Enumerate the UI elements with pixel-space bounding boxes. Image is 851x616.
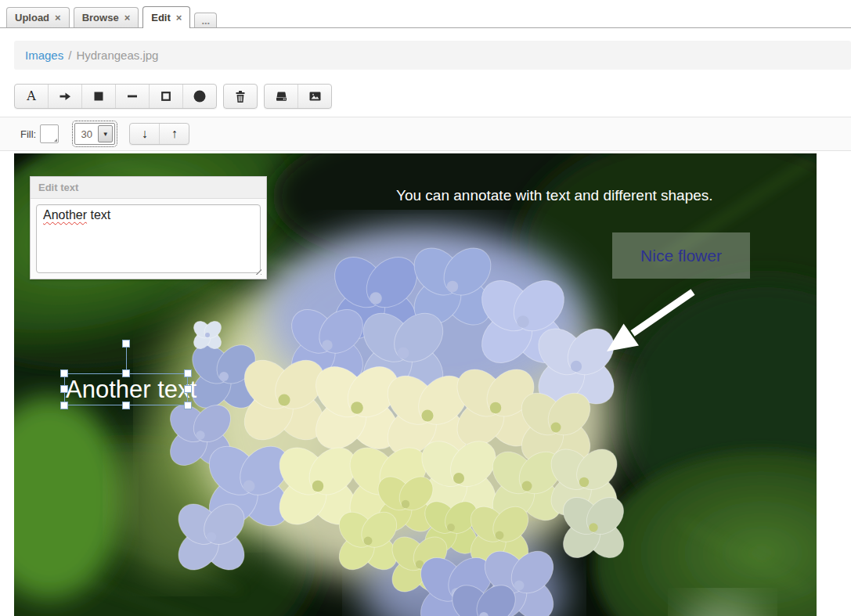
svg-text:A: A <box>26 89 36 103</box>
arrow-tool-button[interactable] <box>49 85 82 108</box>
line-tool-button[interactable] <box>116 85 150 108</box>
fill-toolbar: Fill: 30 ▼ ↓ ↑ <box>0 117 851 151</box>
selection-box[interactable] <box>64 373 188 405</box>
outline-rect-tool-button[interactable] <box>150 85 183 108</box>
io-group <box>264 84 332 109</box>
text-annotation[interactable]: You can annotate with text and different… <box>396 187 713 204</box>
tab-edit-label: Edit <box>151 12 171 23</box>
breadcrumb-link-images[interactable]: Images <box>25 49 63 62</box>
edit-text-textarea[interactable]: Another text <box>36 204 261 273</box>
breadcrumb-separator: / <box>68 49 71 62</box>
line-icon <box>126 90 139 103</box>
send-backward-button[interactable]: ↓ <box>130 124 160 144</box>
tab-more[interactable]: ... <box>194 13 217 27</box>
swatch-dropdown-triangle-icon <box>54 139 57 142</box>
resize-handle-bottom-right[interactable] <box>184 402 192 409</box>
font-size-select[interactable]: 30 ▼ <box>74 123 115 145</box>
tab-browse-label: Browse <box>82 12 119 23</box>
close-icon[interactable]: × <box>124 12 131 23</box>
shape-tools-group: A <box>14 84 217 109</box>
resize-handle-top-center[interactable] <box>122 369 130 377</box>
breadcrumb-current-file: Hydrangeas.jpg <box>76 49 158 62</box>
circle-tool-button[interactable] <box>183 85 216 108</box>
label-box-annotation[interactable]: Nice flower <box>612 232 750 279</box>
image-icon <box>308 90 322 103</box>
editor-canvas[interactable]: You can annotate with text and different… <box>14 153 817 616</box>
delete-group <box>223 84 258 109</box>
textarea-rest: text <box>87 208 110 222</box>
resize-handle-mid-right[interactable] <box>184 385 192 393</box>
save-to-disk-button[interactable] <box>265 85 298 108</box>
chevron-down-icon[interactable]: ▼ <box>98 125 113 142</box>
text-icon: A <box>24 89 38 103</box>
fill-color-swatch[interactable] <box>40 124 59 143</box>
tab-edit[interactable]: Edit × <box>142 6 190 28</box>
filled-square-icon <box>92 90 105 103</box>
tab-upload-label: Upload <box>15 12 49 23</box>
tab-bar: Upload × Browse × Edit × ... <box>0 0 851 28</box>
breadcrumb: Images / Hydrangeas.jpg <box>14 41 851 70</box>
tab-more-label: ... <box>201 15 210 27</box>
resize-handle-top-right[interactable] <box>184 369 192 377</box>
resize-handle-mid-left[interactable] <box>60 385 68 393</box>
arrow-down-icon: ↓ <box>142 127 148 141</box>
layer-order-group: ↓ ↑ <box>129 123 189 145</box>
disk-drive-icon <box>275 90 288 103</box>
filled-rect-tool-button[interactable] <box>82 85 116 108</box>
arrow-up-icon: ↑ <box>171 127 178 141</box>
close-icon[interactable]: × <box>55 12 61 23</box>
edit-text-panel-title: Edit text <box>31 177 266 199</box>
textarea-word: Another <box>43 208 87 222</box>
text-tool-button[interactable]: A <box>15 85 49 108</box>
rotation-connector-line <box>126 348 127 369</box>
filled-circle-icon <box>193 89 207 103</box>
arrow-icon <box>59 90 71 103</box>
tab-browse[interactable]: Browse × <box>74 7 139 27</box>
resize-handle-bottom-left[interactable] <box>60 402 68 409</box>
annotation-toolbar: A <box>14 84 332 109</box>
edit-text-panel: Edit text Another text <box>30 176 267 279</box>
rotate-handle[interactable] <box>122 340 130 348</box>
trash-icon <box>234 90 247 103</box>
resize-handle-top-left[interactable] <box>60 369 68 377</box>
font-size-value: 30 <box>75 128 98 140</box>
tab-upload[interactable]: Upload × <box>6 7 70 27</box>
load-image-button[interactable] <box>298 85 331 108</box>
bring-forward-button[interactable]: ↑ <box>160 124 189 144</box>
square-outline-icon <box>160 90 172 103</box>
resize-handle-bottom-center[interactable] <box>122 402 130 409</box>
fill-label: Fill: <box>20 128 36 140</box>
edit-text-panel-body: Another text <box>31 199 266 279</box>
delete-button[interactable] <box>224 85 257 108</box>
close-icon[interactable]: × <box>176 12 182 23</box>
